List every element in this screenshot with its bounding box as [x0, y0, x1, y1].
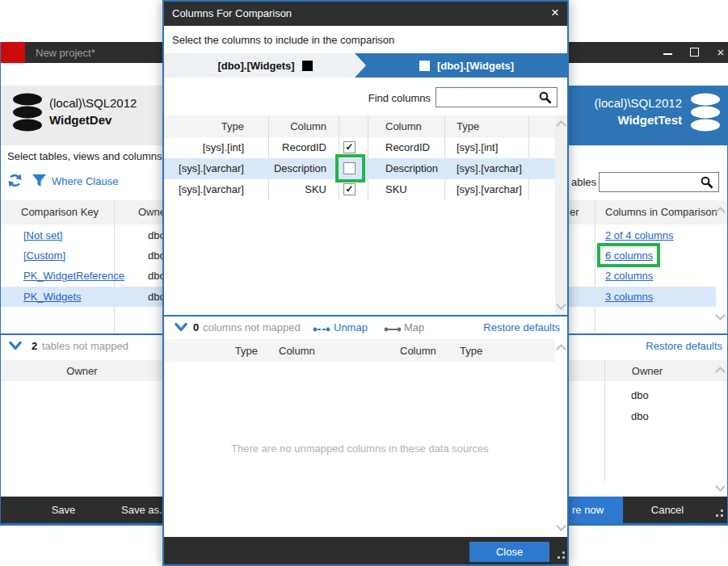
- breadcrumb-source-table: [dbo].[Widgets]: [164, 53, 366, 78]
- column-header-left: Column: [279, 345, 315, 357]
- search-icon: [701, 176, 713, 189]
- columns-count-link[interactable]: 3 columns: [605, 291, 653, 303]
- server-name-right: (local)\SQL2012: [595, 96, 682, 110]
- owner-cell: dbo: [631, 410, 649, 422]
- maximize-icon: [690, 48, 699, 57]
- highlight-box-checkbox: [335, 154, 365, 182]
- dialog-footer-bar: Close: [164, 537, 567, 564]
- restore-defaults-link[interactable]: Restore defaults: [615, 340, 722, 352]
- include-column-checkbox[interactable]: ✓: [343, 183, 356, 195]
- database-icon: [690, 93, 721, 132]
- source-table-name: [dbo].[Widgets]: [217, 60, 294, 72]
- owner-cell: dbo: [631, 389, 649, 401]
- scroll-down-icon[interactable]: [715, 310, 726, 321]
- dialog-titlebar: Columns For Comparison ×: [164, 2, 567, 26]
- owner-header-right: Owner: [602, 365, 692, 377]
- minimize-button[interactable]: [654, 42, 680, 63]
- column-cell: SKU: [385, 183, 407, 195]
- mapped-grid-header: Type Column Column Type: [164, 115, 555, 137]
- column-header-right: Column: [400, 345, 436, 357]
- column-divider: [604, 360, 605, 481]
- owner-header-left: Owner: [1, 365, 163, 377]
- columns-in-comparison-header: Columns in Comparison: [605, 206, 717, 218]
- unmapped-columns-label: columns not mapped: [203, 321, 301, 333]
- server-name-left: (local)\SQL2012: [49, 96, 137, 110]
- check-mark: ✓: [345, 141, 353, 153]
- type-header-left: Type: [196, 345, 258, 357]
- column-cell: Description: [253, 162, 326, 174]
- column-divider: [595, 200, 595, 333]
- owner-header-fragment: er: [570, 206, 579, 218]
- source-color-swatch-icon: [302, 61, 313, 71]
- columns-for-comparison-dialog: Columns For Comparison × Select the colu…: [162, 0, 569, 566]
- unmap-icon: [313, 325, 330, 333]
- dialog-close-icon[interactable]: ×: [551, 5, 559, 21]
- breadcrumb-target-table: [dbo].[Widgets]: [366, 53, 567, 78]
- scroll-down-icon[interactable]: [556, 521, 566, 531]
- include-column-checkbox[interactable]: ✓: [343, 141, 356, 153]
- highlight-box-6-columns: [597, 243, 660, 267]
- map-button[interactable]: Map: [404, 321, 424, 333]
- type-header-right: Type: [460, 345, 482, 357]
- expander-chevron-icon[interactable]: [9, 342, 22, 350]
- columns-count-link[interactable]: 2 of 4 columns: [605, 229, 674, 241]
- column-cell: SKU: [253, 183, 326, 195]
- check-mark: ✓: [345, 183, 353, 195]
- type-cell: [sys].[varchar]: [457, 183, 522, 195]
- table-mapping-breadcrumb: [dbo].[Widgets] [dbo].[Widgets]: [164, 53, 567, 78]
- select-tables-hint: Select tables, views and columns to: [7, 150, 174, 162]
- resize-grip[interactable]: [713, 509, 723, 519]
- column-cell: RecordID: [385, 141, 430, 153]
- column-header-right: Column: [385, 120, 422, 132]
- resize-grip[interactable]: [555, 551, 565, 561]
- expander-chevron-icon[interactable]: [175, 323, 187, 332]
- comparison-key-header: Comparison Key: [21, 206, 99, 218]
- scroll-down-icon[interactable]: [715, 481, 726, 492]
- comparison-key-link[interactable]: PK_Widgets: [23, 291, 82, 303]
- comparison-key-link[interactable]: [Not set]: [23, 229, 62, 241]
- comparison-key-link[interactable]: PK_WidgetReference: [23, 270, 124, 282]
- target-table-name: [dbo].[Widgets]: [437, 60, 514, 72]
- database-icon: [12, 93, 43, 132]
- type-cell: [sys].[int]: [457, 141, 498, 153]
- type-cell: [sys].[varchar]: [172, 162, 244, 174]
- find-tables-label-fragment: ables: [571, 176, 596, 188]
- unmapped-grid-header: Type Column Column Type: [164, 339, 555, 362]
- type-cell: [sys].[varchar]: [457, 162, 522, 174]
- minimize-icon: [663, 53, 672, 55]
- scroll-up-icon[interactable]: [556, 344, 566, 354]
- type-header-left: Type: [172, 120, 244, 132]
- empty-grid-message: There are no unmapped columns in these d…: [164, 442, 556, 455]
- filter-icon[interactable]: [32, 174, 46, 187]
- section-separator: [164, 315, 567, 317]
- column-divider: [114, 200, 115, 333]
- refresh-icon[interactable]: [7, 173, 23, 188]
- column-cell: Description: [385, 162, 438, 174]
- unmapped-tables-label: tables not mapped: [42, 340, 128, 352]
- column-header-left: Column: [253, 120, 326, 132]
- window-close-button[interactable]: ×: [708, 42, 728, 63]
- scrollbar-track[interactable]: [555, 115, 567, 315]
- where-clause-button[interactable]: Where Clause: [52, 175, 118, 187]
- columns-count-link[interactable]: 2 columns: [605, 270, 653, 282]
- cancel-button[interactable]: Cancel: [627, 497, 708, 523]
- dialog-title: Columns For Comparison: [172, 7, 292, 19]
- column-cell: RecordID: [253, 141, 326, 153]
- app-icon: [1, 42, 25, 63]
- comparison-key-link[interactable]: [Custom]: [23, 249, 65, 262]
- unmapped-tables-count: 2: [32, 340, 37, 352]
- unmapped-columns-count: 0: [193, 321, 199, 333]
- type-cell: [sys].[varchar]: [172, 183, 244, 195]
- unmap-button[interactable]: Unmap: [334, 321, 368, 333]
- find-columns-label: Find columns: [334, 92, 431, 104]
- type-header-right: Type: [457, 120, 479, 132]
- type-cell: [sys].[int]: [172, 141, 244, 153]
- window-title: New project*: [36, 47, 95, 59]
- database-name-left: WidgetDev: [49, 113, 112, 127]
- restore-defaults-link[interactable]: Restore defaults: [471, 321, 560, 333]
- map-icon: [384, 325, 402, 333]
- target-color-swatch-icon: [419, 61, 430, 71]
- close-button[interactable]: Close: [469, 542, 549, 562]
- dialog-subtitle: Select the columns to include in the com…: [172, 34, 394, 46]
- search-icon: [539, 91, 552, 104]
